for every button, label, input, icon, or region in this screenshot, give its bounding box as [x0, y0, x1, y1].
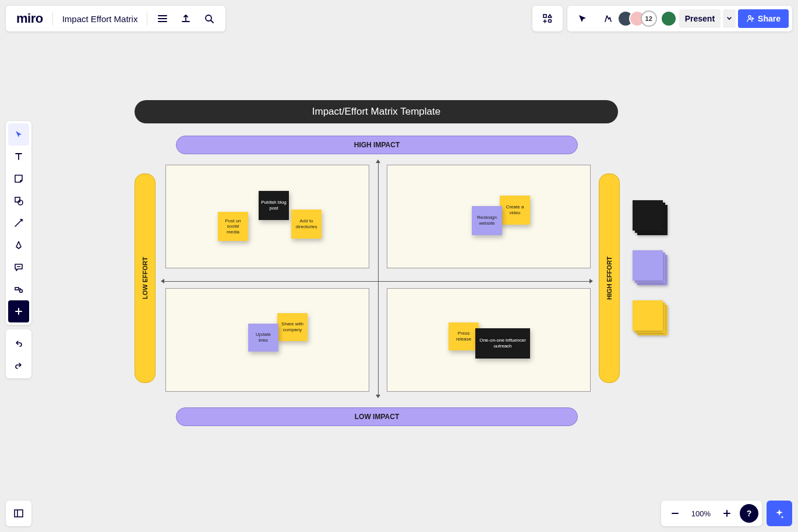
export-icon[interactable] — [174, 7, 197, 30]
zoom-level[interactable]: 100% — [688, 509, 714, 518]
add-tool[interactable] — [8, 300, 29, 322]
svg-rect-6 — [15, 288, 19, 290]
topbar-right: 12 Present Share — [532, 6, 792, 31]
frame-tool[interactable] — [8, 278, 29, 300]
zoom-controls: 100% ? — [661, 501, 762, 526]
apps-icon[interactable] — [536, 7, 559, 30]
shape-tool[interactable] — [8, 190, 29, 212]
tools-group — [6, 121, 31, 325]
axis-left-label[interactable]: LOW EFFORT — [135, 173, 156, 383]
bottom-right-controls: 100% ? — [661, 501, 792, 526]
avatar-count[interactable]: 12 — [641, 10, 657, 27]
collaboration-group: 12 Present Share — [567, 6, 792, 31]
sticky-stack-black[interactable] — [633, 200, 666, 234]
divider — [52, 12, 53, 26]
sticky-stack-yellow[interactable] — [633, 300, 666, 334]
zoom-in-button[interactable] — [716, 503, 737, 524]
history-group — [6, 329, 31, 378]
line-tool[interactable] — [8, 212, 29, 234]
avatar[interactable] — [661, 10, 677, 27]
sticky-note[interactable]: Redesign website — [472, 206, 502, 235]
share-button[interactable]: Share — [738, 9, 789, 28]
search-icon[interactable] — [197, 7, 221, 30]
sticky-note[interactable]: Publish blog post — [259, 191, 289, 220]
svg-point-7 — [20, 290, 23, 293]
svg-point-3 — [748, 16, 751, 18]
present-button[interactable]: Present — [679, 9, 721, 28]
matrix-title[interactable]: Impact/Effort Matrix Template — [135, 100, 618, 123]
pen-tool[interactable] — [8, 234, 29, 256]
share-label: Share — [758, 14, 781, 23]
board-title[interactable]: Impact Effort Matrix — [57, 14, 144, 24]
sticky-stack-purple[interactable] — [633, 250, 666, 284]
sticky-note[interactable]: Update links — [248, 324, 278, 352]
svg-point-5 — [18, 200, 23, 205]
axis-top-label[interactable]: HIGH IMPACT — [176, 136, 578, 154]
svg-rect-1 — [543, 15, 546, 17]
sticky-note[interactable]: Press release — [449, 322, 479, 350]
zoom-out-button[interactable] — [665, 503, 686, 524]
left-toolbar — [6, 121, 31, 378]
cursor-indicator-icon[interactable] — [571, 7, 594, 30]
axis-right-label[interactable]: HIGH EFFORT — [599, 173, 620, 383]
ai-assist-button[interactable] — [767, 501, 792, 526]
arrow-up-icon — [376, 159, 380, 163]
svg-rect-8 — [15, 510, 23, 517]
arrow-right-icon — [589, 279, 593, 283]
topbar-left: miro Impact Effort Matrix — [6, 6, 225, 31]
help-button[interactable]: ? — [740, 504, 758, 523]
select-tool[interactable] — [8, 123, 29, 146]
reactions-icon[interactable] — [596, 7, 620, 30]
divider — [147, 12, 147, 26]
miro-logo[interactable]: miro — [10, 11, 49, 26]
svg-rect-4 — [15, 197, 20, 202]
axis-vertical — [378, 162, 379, 396]
sticky-tool[interactable] — [8, 168, 29, 190]
redo-button[interactable] — [8, 354, 29, 376]
collaborator-avatars[interactable]: 12 — [622, 10, 677, 27]
board-canvas[interactable]: Impact/Effort Matrix Template HIGH IMPAC… — [0, 0, 798, 532]
sticky-note[interactable]: Create a video — [500, 196, 530, 225]
present-dropdown[interactable] — [723, 9, 736, 28]
sticky-note[interactable]: Post on social media — [218, 212, 248, 241]
arrow-down-icon — [376, 395, 380, 398]
panel-toggle[interactable] — [6, 501, 31, 526]
menu-icon[interactable] — [151, 7, 174, 30]
sticky-note[interactable]: Add to directories — [291, 210, 322, 239]
axis-horizontal — [163, 281, 591, 282]
undo-button[interactable] — [8, 332, 29, 354]
user-plus-icon — [746, 15, 754, 23]
sticky-note[interactable]: One-on-one influencer outreach — [475, 328, 530, 359]
svg-point-2 — [548, 20, 551, 23]
sticky-note[interactable]: Share with company — [277, 313, 308, 341]
arrow-left-icon — [161, 279, 164, 283]
apps-group — [532, 6, 563, 31]
comment-tool[interactable] — [8, 256, 29, 278]
text-tool[interactable] — [8, 146, 29, 168]
axis-bottom-label[interactable]: LOW IMPACT — [176, 407, 578, 426]
